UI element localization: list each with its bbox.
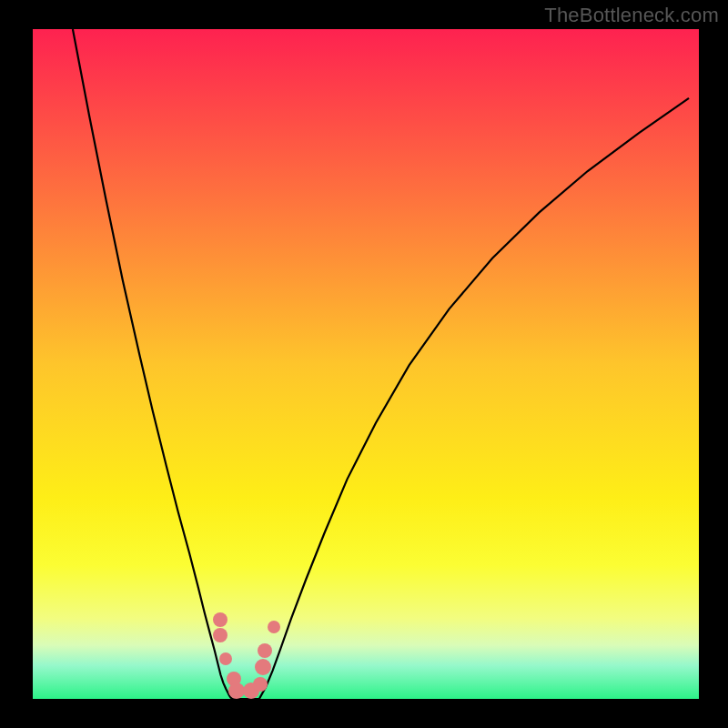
curve-layer — [33, 29, 699, 699]
bottleneck-curve — [73, 29, 689, 699]
plot-area — [33, 29, 699, 699]
chart-root: TheBottleneck.com — [0, 0, 728, 728]
data-marker — [219, 652, 232, 665]
watermark-text: TheBottleneck.com — [544, 4, 719, 27]
data-marker — [255, 659, 271, 675]
data-marker — [268, 621, 280, 633]
data-marker — [258, 643, 272, 658]
